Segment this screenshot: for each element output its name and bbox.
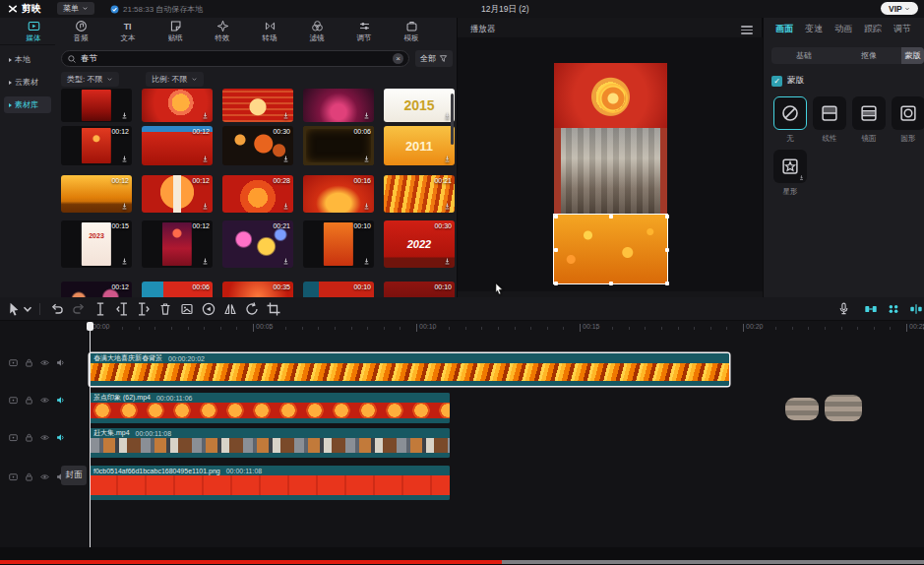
sidebar-item[interactable]: 本地 [4, 51, 51, 68]
hide-track-icon[interactable] [39, 471, 50, 482]
download-icon[interactable] [120, 257, 129, 266]
media-thumbnail[interactable]: 00:12 [142, 220, 213, 268]
download-icon[interactable] [362, 111, 371, 120]
undo-button[interactable] [49, 301, 65, 317]
media-thumbnail[interactable] [61, 89, 132, 122]
track-type-icon[interactable] [8, 357, 19, 368]
split-button[interactable] [92, 301, 108, 317]
selection-handle[interactable] [665, 215, 669, 219]
search-bar[interactable]: × [61, 50, 409, 67]
mask-checkbox[interactable]: ✓ [771, 76, 782, 87]
download-icon[interactable] [281, 202, 290, 211]
mask-option-mirror[interactable] [852, 96, 886, 130]
timeline-ruler[interactable]: 00:0000:0500:1000:1500:2000:25 [0, 322, 924, 335]
track-type-icon[interactable] [8, 395, 19, 406]
media-thumbnail[interactable]: 00:16 [303, 175, 374, 213]
mask-option-none[interactable] [773, 96, 807, 130]
playhead-handle[interactable] [87, 322, 93, 331]
media-thumbnail[interactable] [303, 89, 374, 122]
mute-track-icon[interactable] [55, 395, 66, 406]
mask-option-star[interactable] [773, 150, 807, 183]
download-icon[interactable] [120, 202, 129, 211]
download-icon[interactable] [120, 155, 129, 163]
type-filter-dropdown[interactable]: 类型: 不限 [61, 72, 119, 87]
mute-track-icon[interactable] [55, 357, 66, 368]
download-icon[interactable] [281, 257, 290, 266]
media-thumbnail[interactable]: 00:10 [384, 282, 455, 297]
mic-record-button[interactable] [836, 301, 852, 317]
search-input[interactable] [81, 54, 389, 64]
media-thumbnail[interactable]: 202300:15 [61, 220, 132, 268]
media-tab-filter-lens[interactable]: 滤镜 [293, 18, 340, 44]
media-tab-template[interactable]: 模板 [388, 18, 435, 44]
media-tab-sticker[interactable]: 贴纸 [152, 18, 199, 44]
ratio-filter-dropdown[interactable]: 比例: 不限 [146, 72, 204, 87]
inspector-tab[interactable]: 变速 [805, 23, 823, 39]
mirror-button[interactable] [222, 301, 238, 317]
media-thumbnail[interactable]: 00:12 [142, 126, 213, 165]
hide-track-icon[interactable] [39, 432, 50, 443]
media-tab-adjust[interactable]: 调节 [340, 18, 388, 44]
timeline-clip[interactable]: 赶大集.mp400:00:11:08 [90, 428, 450, 458]
media-thumbnail[interactable]: 00:12 [61, 126, 132, 165]
media-tab-text[interactable]: TI文本 [104, 18, 152, 44]
media-thumbnail[interactable]: 00:28 [222, 175, 293, 213]
download-icon[interactable] [443, 111, 452, 120]
playhead[interactable] [90, 322, 91, 547]
snap-toggle[interactable] [864, 302, 878, 316]
download-icon[interactable] [443, 202, 452, 211]
media-thumbnail[interactable]: 00:12 [61, 175, 132, 213]
selection-handle[interactable] [665, 248, 669, 252]
vip-badge[interactable]: VIP [881, 2, 918, 15]
media-thumbnail[interactable]: 00:10 [303, 220, 374, 268]
media-thumbnail[interactable] [222, 89, 293, 122]
all-filter-button[interactable]: 全部 [415, 50, 453, 67]
inspector-segment[interactable]: 抠像 [836, 47, 901, 64]
inspector-tab[interactable]: 动画 [834, 23, 852, 39]
media-thumbnail[interactable]: 00:06 [142, 282, 213, 297]
selection-handle[interactable] [554, 282, 558, 285]
lock-track-icon[interactable] [24, 357, 34, 368]
rotate-button[interactable] [244, 301, 260, 317]
linkage-toggle[interactable] [887, 302, 900, 316]
inspector-segment[interactable]: 基础 [771, 47, 836, 64]
lock-track-icon[interactable] [24, 432, 34, 443]
media-thumbnail[interactable]: 00:06 [303, 126, 374, 165]
download-icon[interactable] [362, 257, 371, 266]
media-thumbnail[interactable]: 00:35 [222, 282, 293, 297]
trash-button[interactable] [157, 301, 173, 317]
trim-left-button[interactable] [114, 301, 130, 317]
inspector-tab[interactable]: 画面 [775, 23, 793, 39]
download-icon[interactable] [362, 155, 371, 163]
redo-button[interactable] [71, 301, 87, 317]
timeline-clip[interactable]: f0cb0514af66d1bcabc1680495e1101.png00:00… [90, 466, 450, 500]
media-tab-effect[interactable]: 特效 [199, 18, 246, 44]
selection-handle[interactable] [554, 248, 558, 252]
download-icon[interactable] [201, 155, 210, 163]
inspector-tab[interactable]: 调节 [893, 23, 911, 39]
cover-button[interactable]: 封面 [61, 466, 87, 485]
track-type-icon[interactable] [8, 432, 19, 443]
preview-axis-toggle[interactable] [909, 302, 923, 316]
media-thumbnail[interactable]: 00:10 [303, 282, 374, 297]
media-tab-audio[interactable]: 音频 [57, 18, 104, 44]
download-icon[interactable] [281, 111, 290, 120]
selection-handle[interactable] [554, 215, 558, 219]
media-thumbnail[interactable] [142, 89, 213, 122]
selection-handle[interactable] [609, 215, 613, 219]
timeline-clip[interactable]: 景点印象 (62).mp400:00:11:06 [90, 393, 450, 423]
download-icon[interactable] [443, 257, 452, 266]
hide-track-icon[interactable] [39, 395, 50, 406]
media-thumbnail[interactable]: 202200:30 [384, 220, 455, 268]
clear-search-icon[interactable]: × [393, 53, 403, 64]
lock-track-icon[interactable] [24, 395, 34, 406]
download-icon[interactable] [120, 111, 129, 120]
media-thumbnail[interactable]: 00:21 [384, 175, 455, 213]
sidebar-item[interactable]: 素材库 [4, 96, 51, 113]
clip-selection-box[interactable] [553, 214, 668, 284]
track-type-icon[interactable] [8, 471, 19, 482]
download-icon[interactable] [281, 155, 290, 163]
media-thumbnail[interactable]: 00:12 [142, 175, 213, 213]
mute-track-icon[interactable] [55, 432, 66, 443]
hide-track-icon[interactable] [39, 357, 50, 368]
